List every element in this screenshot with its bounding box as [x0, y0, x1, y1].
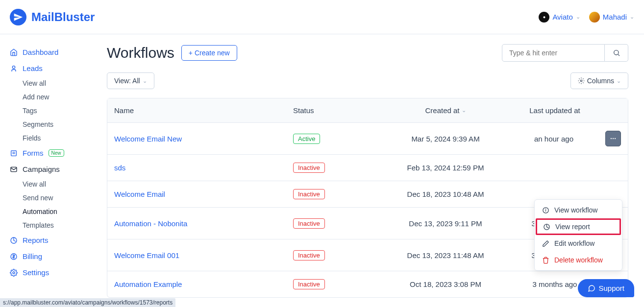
status-badge: Inactive	[293, 279, 325, 289]
workflow-name-link[interactable]: Automation Example	[107, 272, 286, 296]
sidebar-item-campaigns-viewall[interactable]: View all	[10, 177, 98, 191]
table-head: Name Status Created at ⌄ Last updated at	[107, 98, 628, 123]
browser-statusbar: s://app.mailbluster.com/aviato/campaigns…	[0, 298, 175, 307]
workspace-avatar: ●	[539, 12, 549, 23]
created-at: Feb 13, 2024 12:59 PM	[382, 156, 509, 180]
created-at: Dec 18, 2023 10:48 AM	[382, 182, 509, 206]
status-badge: Active	[293, 134, 320, 144]
workspace-name: Aviato	[552, 13, 572, 21]
svg-point-7	[614, 50, 618, 55]
th-name[interactable]: Name	[107, 98, 286, 122]
table-row: sds Inactive Feb 13, 2024 12:59 PM	[107, 155, 628, 181]
status-badge: Inactive	[293, 163, 325, 173]
user-name: Mahadi	[603, 13, 627, 21]
page-title: Workflows	[107, 45, 174, 61]
gear-icon	[10, 269, 18, 277]
workflow-name-link[interactable]: Welcome Email New	[107, 127, 286, 151]
plus-icon: +	[189, 49, 193, 57]
sidebar-item-leads-fields[interactable]: Fields	[10, 131, 98, 145]
chart-icon	[543, 223, 550, 231]
sidebar-item-leads-addnew[interactable]: Add new	[10, 90, 98, 104]
form-icon	[10, 149, 18, 157]
view-filter-button[interactable]: View: All ⌄	[107, 72, 154, 89]
sidebar-item-campaigns-sendnew[interactable]: Send new	[10, 191, 98, 205]
row-actions-menu: View workflow View report Edit workflow …	[534, 199, 622, 271]
support-button[interactable]: Support	[578, 279, 634, 297]
updated-at: an hour ago	[509, 127, 598, 151]
sidebar-item-leads-tags[interactable]: Tags	[10, 104, 98, 118]
sidebar-item-forms[interactable]: Forms New	[10, 145, 98, 161]
sidebar-item-settings[interactable]: Settings	[10, 264, 98, 281]
search-icon	[613, 49, 620, 57]
menu-item-edit-workflow[interactable]: Edit workflow	[535, 235, 622, 252]
created-at: Mar 5, 2024 9:39 AM	[382, 127, 509, 151]
svg-point-10	[611, 138, 612, 139]
sidebar-item-campaigns-automation[interactable]: Automation	[10, 205, 98, 218]
toolbar: View: All ⌄ Columns ⌄	[107, 72, 628, 89]
info-icon	[542, 206, 549, 214]
th-actions	[600, 98, 628, 122]
trash-icon	[542, 256, 549, 264]
svg-point-6	[13, 272, 15, 274]
svg-point-12	[615, 138, 616, 139]
status-badge: Inactive	[293, 189, 325, 199]
mail-icon	[10, 165, 18, 173]
search-input[interactable]	[502, 44, 605, 62]
main-content: Workflows + Create new View: All ⌄ Colum…	[107, 44, 628, 307]
chart-icon	[10, 236, 18, 244]
menu-item-view-report[interactable]: View report	[536, 218, 621, 235]
menu-item-delete-workflow[interactable]: Delete workflow	[535, 252, 622, 268]
table-row: Welcome Email New Active Mar 5, 2024 9:3…	[107, 123, 628, 155]
workflow-name-link[interactable]: sds	[107, 156, 286, 180]
workspace-switcher[interactable]: ● Aviato ⌄	[539, 12, 580, 23]
sidebar-item-leads-segments[interactable]: Segments	[10, 118, 98, 131]
sidebar-item-leads-viewall[interactable]: View all	[10, 76, 98, 90]
nav-label: Settings	[23, 268, 49, 277]
th-status[interactable]: Status	[286, 98, 382, 122]
menu-item-view-workflow[interactable]: View workflow	[535, 202, 622, 218]
pencil-icon	[542, 239, 549, 247]
sidebar-item-reports[interactable]: Reports	[10, 232, 98, 248]
svg-point-9	[580, 80, 582, 82]
sidebar-item-dashboard[interactable]: Dashboard	[10, 44, 98, 60]
row-actions-button[interactable]	[605, 131, 621, 146]
table-row: Automation Example Inactive Oct 18, 2023…	[107, 271, 628, 297]
logo[interactable]: MailBluster	[10, 9, 95, 25]
chevron-down-icon: ⌄	[143, 78, 147, 84]
logo-icon	[10, 9, 26, 25]
gear-icon	[578, 77, 585, 84]
columns-button[interactable]: Columns ⌄	[570, 72, 628, 89]
sidebar-item-leads[interactable]: Leads	[10, 60, 98, 76]
status-badge: Inactive	[293, 250, 325, 260]
nav-label: Dashboard	[23, 48, 58, 56]
header-right: ● Aviato ⌄ Mahadi ⌄	[539, 12, 634, 23]
nav-label: Reports	[23, 236, 49, 244]
header: MailBluster ● Aviato ⌄ Mahadi ⌄	[0, 0, 644, 34]
user-menu[interactable]: Mahadi ⌄	[589, 12, 634, 23]
search-button[interactable]	[605, 44, 628, 62]
workflow-name-link[interactable]: Welcome Email 001	[107, 243, 286, 267]
workflow-name-link[interactable]: Welcome Email	[107, 182, 286, 206]
workflow-name-link[interactable]: Automation - Nobonita	[107, 212, 286, 236]
user-avatar	[589, 12, 600, 23]
sidebar: Dashboard Leads View all Add new Tags Se…	[0, 34, 98, 307]
nav-label: Campaigns	[23, 165, 60, 173]
user-icon	[10, 65, 18, 72]
created-at: Oct 18, 2023 3:08 PM	[382, 272, 509, 296]
more-icon	[610, 135, 617, 142]
th-updated[interactable]: Last updated at	[509, 98, 600, 122]
chevron-down-icon: ⌄	[630, 14, 634, 20]
search-wrap	[502, 44, 628, 62]
svg-point-18	[545, 209, 546, 209]
chevron-down-icon: ⌄	[576, 14, 580, 20]
nav-label: Forms	[23, 149, 44, 157]
sidebar-item-billing[interactable]: Billing	[10, 248, 98, 264]
th-created[interactable]: Created at ⌄	[382, 98, 509, 122]
sidebar-item-campaigns-templates[interactable]: Templates	[10, 218, 98, 232]
created-at: Dec 13, 2023 11:48 AM	[382, 243, 509, 267]
svg-point-11	[613, 138, 614, 139]
create-new-button[interactable]: + Create new	[181, 45, 237, 61]
sidebar-item-campaigns[interactable]: Campaigns	[10, 161, 98, 177]
chevron-down-icon: ⌄	[617, 78, 621, 84]
new-badge: New	[49, 149, 64, 157]
